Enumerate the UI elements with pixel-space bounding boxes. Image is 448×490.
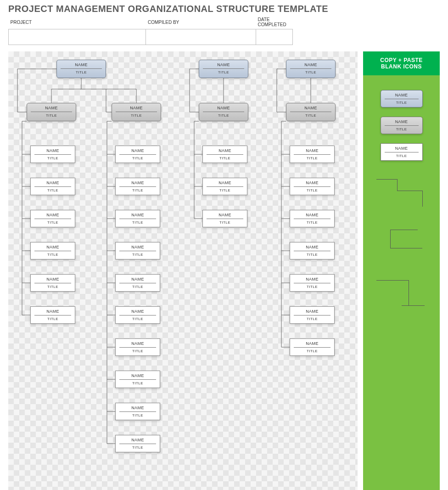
node-title: TITLE	[57, 69, 106, 77]
org-node[interactable]: NAMETITLE	[199, 60, 248, 78]
connector-sample-1[interactable]	[376, 179, 427, 207]
org-node[interactable]: NAMETITLE	[30, 306, 75, 324]
node-title: TITLE	[31, 187, 75, 195]
org-node[interactable]: NAMETITLE	[290, 242, 335, 259]
node-title: TITLE	[27, 112, 76, 120]
org-node[interactable]: NAMETITLE	[115, 210, 160, 227]
node-title: TITLE	[112, 112, 161, 120]
meta-compiled-label: COMPILED BY	[146, 16, 256, 29]
node-name: NAME	[27, 103, 76, 112]
org-node[interactable]: NAMETITLE	[290, 306, 335, 324]
org-node[interactable]: NAMETITLE	[30, 274, 75, 292]
sample-node-gray[interactable]: NAMETITLE	[381, 117, 423, 134]
meta-project-label: PROJECT	[9, 16, 146, 29]
node-name: NAME	[116, 242, 160, 251]
sidebar-heading-line1: COPY + PASTE	[365, 57, 438, 63]
org-node[interactable]: NAMETITLE	[115, 371, 160, 388]
node-title: TITLE	[203, 219, 247, 227]
org-node[interactable]: NAMETITLE	[199, 103, 248, 121]
sample-name: NAME	[381, 144, 422, 152]
meta-project-input[interactable]	[9, 29, 146, 45]
node-title: TITLE	[116, 283, 160, 291]
org-node[interactable]: NAMETITLE	[286, 60, 336, 78]
node-title: TITLE	[31, 283, 75, 291]
node-name: NAME	[116, 403, 160, 411]
org-node[interactable]: NAMETITLE	[115, 306, 160, 324]
org-node[interactable]: NAMETITLE	[30, 146, 75, 163]
node-title: TITLE	[116, 251, 160, 259]
org-node[interactable]: NAMETITLE	[115, 338, 160, 356]
org-node[interactable]: NAMETITLE	[290, 210, 335, 227]
node-name: NAME	[57, 60, 106, 68]
node-name: NAME	[286, 60, 335, 68]
org-node[interactable]: NAMETITLE	[290, 274, 335, 292]
sample-node-white[interactable]: NAMETITLE	[381, 143, 423, 161]
meta-date-input[interactable]	[256, 29, 293, 45]
node-title: TITLE	[290, 187, 334, 195]
org-node[interactable]: NAMETITLE	[290, 338, 335, 356]
org-node[interactable]: NAMETITLE	[115, 178, 160, 195]
node-title: TITLE	[116, 412, 160, 420]
node-name: NAME	[116, 371, 160, 379]
org-node[interactable]: NAMETITLE	[30, 242, 75, 259]
node-name: NAME	[116, 275, 160, 283]
org-node[interactable]: NAMETITLE	[115, 435, 160, 452]
node-name: NAME	[290, 242, 334, 251]
node-title: TITLE	[290, 348, 334, 355]
node-name: NAME	[116, 339, 160, 347]
node-title: TITLE	[116, 315, 160, 323]
sidebar-heading-line2: BLANK ICONS	[365, 63, 438, 70]
node-name: NAME	[290, 307, 334, 315]
org-node[interactable]: NAMETITLE	[27, 103, 76, 121]
meta-compiled-input[interactable]	[146, 29, 256, 45]
sample-title: TITLE	[381, 152, 422, 160]
node-title: TITLE	[203, 155, 247, 163]
node-title: TITLE	[290, 219, 334, 227]
org-node[interactable]: NAMETITLE	[290, 178, 335, 195]
blank-icons-sidebar: COPY + PASTE BLANK ICONS NAMETITLENAMETI…	[363, 51, 440, 490]
page-title: PROJECT MANAGEMENT ORGANIZATIONAL STRUCT…	[8, 4, 440, 14]
node-name: NAME	[116, 146, 160, 154]
org-node[interactable]: NAMETITLE	[286, 103, 336, 121]
org-node[interactable]: NAMETITLE	[30, 178, 75, 195]
org-node[interactable]: NAMETITLE	[56, 60, 106, 78]
org-chart-canvas[interactable]: NAMETITLENAMETITLENAMETITLENAMETITLENAME…	[8, 51, 358, 490]
node-title: TITLE	[116, 155, 160, 163]
node-title: TITLE	[31, 315, 75, 323]
node-title: TITLE	[290, 251, 334, 259]
sidebar-body: NAMETITLENAMETITLENAMETITLE	[363, 75, 440, 322]
node-title: TITLE	[116, 219, 160, 227]
org-node[interactable]: NAMETITLE	[115, 274, 160, 292]
org-node[interactable]: NAMETITLE	[202, 210, 247, 227]
node-name: NAME	[290, 275, 334, 283]
node-title: TITLE	[116, 348, 160, 355]
org-node[interactable]: NAMETITLE	[115, 242, 160, 259]
node-name: NAME	[199, 60, 248, 68]
org-node[interactable]: NAMETITLE	[30, 210, 75, 227]
org-node[interactable]: NAMETITLE	[115, 146, 160, 163]
node-title: TITLE	[116, 380, 160, 388]
node-name: NAME	[290, 178, 334, 186]
connector-sample-3[interactable]	[376, 280, 427, 308]
org-node[interactable]: NAMETITLE	[202, 146, 247, 163]
org-node[interactable]: NAMETITLE	[112, 103, 161, 121]
node-name: NAME	[290, 146, 334, 154]
node-title: TITLE	[31, 219, 75, 227]
node-name: NAME	[199, 103, 248, 112]
org-node[interactable]: NAMETITLE	[290, 146, 335, 163]
node-title: TITLE	[31, 251, 75, 259]
connector-samples	[376, 179, 427, 308]
node-name: NAME	[203, 178, 247, 186]
sample-name: NAME	[381, 117, 422, 125]
org-node[interactable]: NAMETITLE	[202, 178, 247, 195]
node-title: TITLE	[116, 187, 160, 195]
node-title: TITLE	[199, 112, 248, 120]
sample-name: NAME	[381, 90, 422, 99]
node-name: NAME	[31, 146, 75, 154]
org-node[interactable]: NAMETITLE	[115, 403, 160, 420]
sample-title: TITLE	[381, 99, 422, 107]
node-name: NAME	[116, 435, 160, 444]
node-title: TITLE	[290, 283, 334, 291]
sample-node-blue[interactable]: NAMETITLE	[381, 90, 423, 107]
connector-sample-2[interactable]	[376, 230, 427, 257]
